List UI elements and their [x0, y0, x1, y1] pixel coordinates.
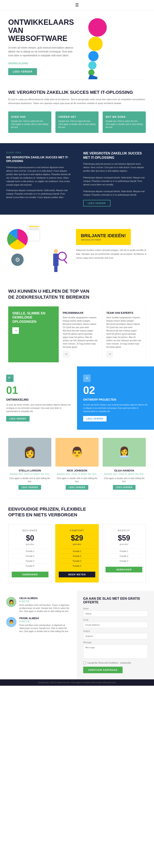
shape-blue-circle — [88, 51, 99, 61]
form-input-email[interactable] — [83, 622, 148, 628]
form-textarea-message[interactable] — [83, 644, 148, 659]
plan-bedrijf: BEDRIJF $59 gebruiker Functie 1 Functie … — [102, 524, 146, 583]
team-img-0: 👩 — [8, 438, 51, 467]
form-group-subject: Subject — [83, 630, 148, 639]
hero-right — [77, 18, 146, 75]
card-title-1: CREËER HET — [58, 116, 96, 118]
pie-chart — [7, 229, 28, 249]
plan-comfort-sub: gebruiker — [59, 543, 96, 546]
shape-yellow-circle — [88, 37, 103, 51]
form-submit-btn[interactable]: VERSTUUR AANVRAAG — [83, 666, 123, 673]
gear-icon: ⚙ — [11, 253, 24, 266]
over-ons-title: WE VERGROTEN ZAKELIJK SUCCES MET IT-OPLO… — [6, 155, 71, 163]
briljante-right: BRILJANTE IDEEËN! oplossing vol vrijwel … — [72, 221, 154, 274]
form-input-name[interactable] — [83, 611, 148, 617]
over-ons-right-title: WE VERGROTEN ZAKELIJK SUCCES MET IT-OPLO… — [83, 151, 148, 160]
avatar-celia: 👩 — [6, 597, 17, 607]
plan-beginner-f3: Functie 3 — [12, 559, 48, 563]
card-text-1: Sample text. Click to select the text. C… — [58, 120, 96, 129]
plan-beginner-price: $0 — [12, 534, 48, 542]
team-btn-2[interactable]: LEES VERDER — [113, 485, 135, 490]
briljante-badge: BRILJANTE IDEEËN! oplossing vol vrijwel — [76, 229, 131, 245]
hero-btn[interactable]: LEES VERDER — [8, 68, 37, 75]
hero-section: ONTWIKKELAARS VAN WEBSOFTWARE Ut enim ad… — [0, 10, 154, 79]
team-card-0: 👩 STELLA LARSON Sample text. Click to se… — [8, 438, 51, 490]
illustration-container: ⚙ — [3, 221, 69, 274]
zoek-col2-text: Arbor durable aangepassen enspees Nequip… — [106, 316, 142, 349]
plan-bedrijf-btn[interactable]: GEBRUIKER — [106, 567, 142, 572]
contact-text-0: Proin sed libero enim sed faucibus. Turp… — [19, 603, 71, 613]
team-btn-1[interactable]: LEES VERDER — [66, 485, 88, 490]
zoek-col2-arrow[interactable]: → — [106, 351, 113, 358]
magnifier-icon — [58, 252, 67, 264]
team-card-1: 👨 NICK JOHNSON Sample text. Click to sel… — [55, 438, 99, 490]
nummer1-icon: 🔍 — [6, 375, 14, 382]
footer: Sample text. Click to select the text. C… — [0, 679, 154, 686]
plan-bedrijf-f3: Functie 3 — [106, 559, 142, 563]
contact-item-1: 👨 FRANK ALMEDA FUNCTIE Proin sed libero … — [6, 617, 71, 633]
plan-beginner-btn[interactable]: GEBRUIKER — [12, 571, 48, 577]
plan-comfort-f3: Functie 3 — [59, 559, 96, 563]
contact-role-0: FUNCTIE — [19, 600, 71, 602]
zoek-col-1: PRIJSWINNAAR Arbor durable aangepassen e… — [59, 306, 102, 362]
zakelijk-text: Et sunt in culpa qui officia deserunt mo… — [8, 97, 146, 105]
team-cards: 👩 STELLA LARSON Sample text. Click to se… — [8, 438, 146, 490]
form-checkbox[interactable] — [83, 661, 86, 664]
team-text-1: Click again or double click to start edi… — [55, 477, 99, 483]
plan-bedrijf-price: $59 — [106, 534, 142, 542]
zoek-col-green: SNELLE, SLIMME EN GEWELDIGE OPLOSSINGEN … — [8, 306, 59, 362]
hero-left: ONTWIKKELAARS VAN WEBSOFTWARE Ut enim ad… — [8, 18, 77, 75]
plan-bedrijf-label: BEDRIJF — [106, 529, 142, 532]
team-name-0: STELLA LARSON — [8, 469, 51, 472]
team-text-2: Click again or double click to start edi… — [103, 477, 146, 483]
card-title-0: OVER ONS — [11, 116, 48, 118]
over-ons-btn[interactable]: LEES VERDER — [83, 200, 110, 207]
team-text-0: Click again or double click to start edi… — [8, 477, 51, 483]
card-text-2: Sample text. Click to select the text. C… — [106, 120, 143, 129]
contact-role-1: FUNCTIE — [19, 620, 71, 623]
briljante-illustration: ⚙ — [0, 221, 72, 274]
footer-text: Sample text. Click to select the text. C… — [8, 681, 146, 684]
prijzen-section: EENVOUDIGE PRIJZEN, FLEXIBELE OPTIES EN … — [0, 498, 154, 591]
nummer1-text: Ut enim ad minim veniam, quis nostrud ex… — [6, 403, 71, 413]
form-label-message: Message — [83, 641, 148, 644]
over-ons-right: WE VERGROTEN ZAKELIJK SUCCES MET IT-OPLO… — [77, 143, 154, 215]
hero-link[interactable]: uitzoeken en vrijwel — [8, 62, 77, 64]
shape-blue-square — [87, 74, 98, 79]
form-checkbox-text: I accept the Terms and Conditions - unsu… — [87, 662, 131, 664]
shape-pink-circle — [88, 18, 107, 37]
shape-teal-circle — [88, 61, 97, 69]
contact-right: GA AAN DE SLAG MET EEN GRATIS OFFERTE Na… — [77, 591, 154, 679]
form-checkbox-row: I accept the Terms and Conditions - unsu… — [83, 661, 148, 664]
over-ons-right-text-1: Pellentesque placerat posuere ex sed int… — [83, 162, 148, 173]
hamburger-icon[interactable]: ☰ — [75, 2, 79, 7]
nummer1-title: ONTWIKKELING — [6, 398, 71, 401]
contact-info-0: CELIA ALMEDA FUNCTIE Proin sed libero en… — [19, 597, 71, 613]
team-btn-0[interactable]: LEES VERDER — [19, 485, 41, 490]
zakelijk-card-1: CREËER HET Sample text. Click to select … — [55, 112, 99, 133]
zakelijk-card-0: OVER ONS Sample text. Click to select th… — [8, 112, 51, 133]
over-ons-right-text-3: Pellentesque aliquam consequat lobortis.… — [83, 190, 148, 197]
briljante-title: BRILJANTE IDEEËN! — [81, 233, 126, 239]
zoek-arrow-btn[interactable]: → — [12, 327, 19, 334]
plan-comfort-btn[interactable]: MEER WETEN — [59, 571, 96, 577]
form-input-subject[interactable] — [83, 633, 148, 639]
form-label-name: Name — [83, 608, 148, 610]
contact-item-0: 👩 CELIA ALMEDA FUNCTIE Proin sed libero … — [6, 597, 71, 613]
header: ☰ — [0, 0, 154, 10]
plan-beginner-sub: gebruiker — [12, 543, 48, 546]
zoek-col-2: TEAM VAN EXPERTS Arbor durable aangepass… — [102, 306, 146, 362]
nummer2-btn[interactable]: LEES VERDER — [83, 416, 107, 422]
nummer1-btn[interactable]: LEES VERDER — [6, 416, 30, 422]
plan-comfort-label: COMFORT — [59, 529, 96, 532]
over-ons-right-text-2: Pellentesque aliquam consequat lobortis.… — [83, 176, 148, 186]
shape-green-circle — [88, 69, 95, 75]
nummer2-icon: ✈ — [83, 375, 91, 382]
hero-title: ONTWIKKELAARS VAN WEBSOFTWARE — [8, 18, 77, 42]
plan-bedrijf-f1: Functie 1 — [106, 549, 142, 554]
zoek-col1-arrow[interactable]: → — [63, 351, 70, 358]
contact-text-1: Proin sed libero enim sed faucibus. In d… — [19, 624, 71, 633]
nummer2-text: Ut enim ad minim veniam, quis nostrud ex… — [83, 403, 148, 413]
contact-section: 👩 CELIA ALMEDA FUNCTIE Proin sed libero … — [0, 591, 154, 679]
team-name-1: NICK JOHNSON — [55, 469, 99, 472]
